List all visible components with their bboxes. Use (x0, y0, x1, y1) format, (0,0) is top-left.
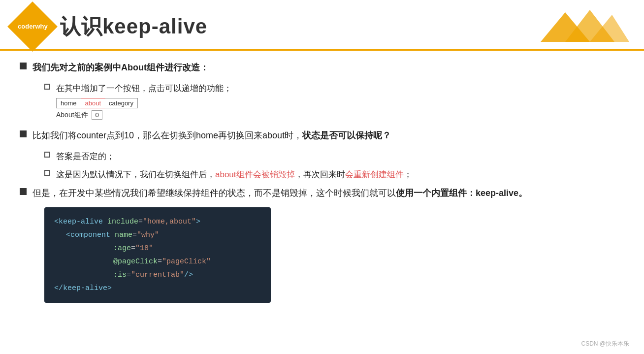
code-block: <keep-alive include="home,about"> <compo… (44, 207, 271, 303)
sub-2-2-red: about组件会被销毁掉 (215, 170, 295, 179)
sub-2-2-underline: 切换组件后 (165, 170, 207, 179)
bullet-square-2 (20, 130, 27, 137)
bullet-3: 但是，在开发中某些情况我们希望继续保持组件的状态，而不是销毁掉，这个时候我们就可… (20, 186, 619, 200)
logo-text: coderwhy (18, 23, 48, 31)
nav-tab-about[interactable]: about (81, 98, 106, 108)
bullet-square-3 (20, 188, 27, 195)
bullet-2-before: 比如我们将counter点到10，那么在切换到home再切换回来about时， (32, 130, 302, 140)
main-content: 我们先对之前的案例中About组件进行改造： 在其中增加了一个按钮，点击可以递增… (0, 51, 644, 313)
nav-tab-home[interactable]: home (57, 98, 81, 108)
sub-bullet-1-1-content: 在其中增加了一个按钮，点击可以递增的功能； home about categor… (56, 82, 232, 124)
bullet-3-before: 但是，在开发中某些情况我们希望继续保持组件的状态，而不是销毁掉，这个时候我们就可… (32, 188, 396, 198)
bullet-3-bold: 使用一个内置组件：keep-alive。 (396, 188, 527, 198)
code-line-3: :age="18" (54, 242, 261, 255)
code-line-6: </keep-alive> (54, 282, 261, 295)
bullet-square-1 (20, 63, 27, 69)
sub-bullet-square-2-2 (44, 170, 50, 176)
bullet-2-bold: 状态是否可以保持呢？ (302, 130, 391, 140)
nav-tab-category[interactable]: category (105, 98, 137, 108)
code-line-5: :is="currentTab"/> (54, 268, 261, 282)
sub-bullet-square-1-1 (44, 84, 50, 90)
bullet-2-text: 比如我们将counter点到10，那么在切换到home再切换回来about时，状… (32, 129, 391, 143)
sub-bullet-1-1-text: 在其中增加了一个按钮，点击可以递增的功能； (56, 84, 232, 93)
about-counter: About组件 0 (56, 110, 232, 120)
bullet-3-text: 但是，在开发中某些情况我们希望继续保持组件的状态，而不是销毁掉，这个时候我们就可… (32, 186, 527, 200)
bullet-2: 比如我们将counter点到10，那么在切换到home再切换回来about时，状… (20, 129, 619, 143)
sub-2-2-after2: ，再次回来时 (295, 170, 345, 179)
code-line-1: <keep-alive include="home,about"> (54, 215, 261, 228)
sub-bullet-2-2-text: 这是因为默认情况下，我们在切换组件后，about组件会被销毁掉，再次回来时会重新… (56, 168, 412, 181)
sub-2-2-red2: 会重新创建组件 (345, 170, 404, 179)
counter-value: 0 (92, 110, 102, 120)
sub-bullet-2-2: 这是因为默认情况下，我们在切换组件后，about组件会被销毁掉，再次回来时会重新… (44, 168, 619, 181)
sub-bullet-2-1: 答案是否定的； (44, 150, 619, 163)
nav-tabs[interactable]: home about category (56, 98, 138, 108)
header: coderwhy 认识keep-alive (0, 0, 644, 51)
sub-bullet-square-2-1 (44, 152, 50, 158)
sub-bullet-2-1-text: 答案是否定的； (56, 150, 115, 163)
logo: coderwhy (7, 1, 58, 52)
code-line-4: @pageClick="pageClick" (54, 255, 261, 268)
sub-2-2-end: ； (404, 170, 412, 179)
sub-2-2-after: ， (207, 170, 215, 179)
mountain-decoration (541, 2, 629, 42)
about-label: About组件 (56, 111, 88, 119)
code-line-2: <component name="why" (54, 228, 261, 242)
bullet-1-text: 我们先对之前的案例中About组件进行改造： (32, 61, 209, 75)
watermark-text: CSDN @快乐本乐 (581, 340, 629, 347)
sub-bullet-1-1: 在其中增加了一个按钮，点击可以递增的功能； home about categor… (44, 82, 619, 124)
sub-2-2-before: 这是因为默认情况下，我们在 (56, 170, 165, 179)
footer-watermark: CSDN @快乐本乐 (581, 340, 629, 348)
page-title: 认识keep-alive (60, 13, 207, 40)
bullet-1: 我们先对之前的案例中About组件进行改造： (20, 61, 619, 75)
